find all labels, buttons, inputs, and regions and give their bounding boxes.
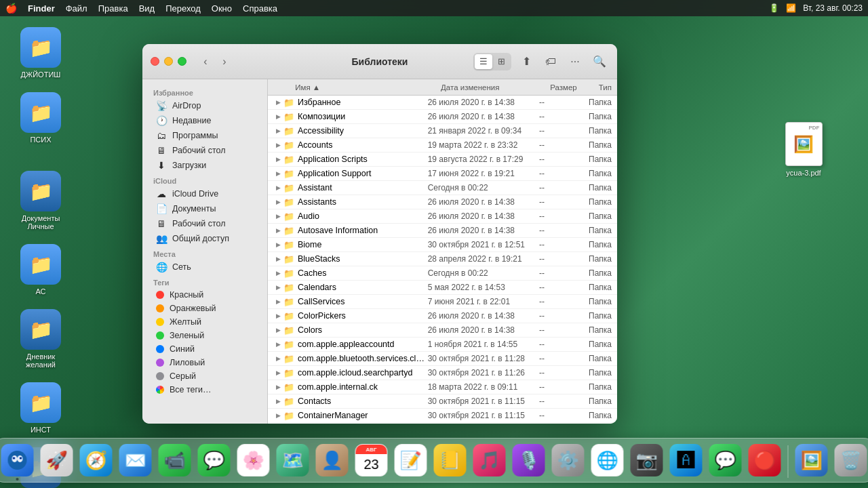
desktop-icon-инст2[interactable]: 📁 ИНСТ xyxy=(14,382,68,434)
sidebar-item-desktop[interactable]: 🖥 Рабочий стол xyxy=(145,143,264,158)
col-header-date[interactable]: Дата изменения xyxy=(441,83,550,92)
table-row[interactable]: ▶ 📁 com.apple.internal.ck 18 марта 2022 … xyxy=(268,380,617,394)
edit-menu[interactable]: Правка xyxy=(98,3,128,14)
expand-arrow[interactable]: ▶ xyxy=(273,183,283,192)
sidebar-item-docs[interactable]: 📄 Документы xyxy=(145,201,264,216)
expand-arrow[interactable]: ▶ xyxy=(273,311,283,321)
dock-item-photos[interactable]: 🌸 xyxy=(236,443,271,478)
sidebar-item-tag-red[interactable]: Красный xyxy=(145,288,264,302)
expand-arrow[interactable]: ▶ xyxy=(273,340,283,349)
expand-arrow[interactable]: ▶ xyxy=(273,411,283,420)
table-row[interactable]: ▶ 📁 Assistants 26 июля 2020 г. в 14:38 -… xyxy=(268,195,617,209)
table-row[interactable]: ▶ 📁 Избранное 26 июля 2020 г. в 14:38 --… xyxy=(268,96,617,110)
table-row[interactable]: ▶ 📁 Colors 26 июля 2020 г. в 14:38 -- Па… xyxy=(268,323,617,338)
sidebar-item-tag-gray[interactable]: Серый xyxy=(145,369,264,383)
sidebar-item-apps[interactable]: 🗂 Программы xyxy=(145,128,264,143)
pdf-file-icon[interactable]: PDF 🖼️ ycua-3.pdf xyxy=(780,122,827,177)
expand-arrow[interactable]: ▶ xyxy=(273,325,283,335)
table-row[interactable]: ▶ 📁 Application Scripts 19 августа 2022 … xyxy=(268,152,617,167)
table-row[interactable]: ▶ 📁 Accounts 19 марта 2022 г. в 23:32 --… xyxy=(268,138,617,152)
expand-arrow[interactable]: ▶ xyxy=(273,283,283,292)
sidebar-item-recent[interactable]: 🕐 Недавние xyxy=(145,113,264,128)
expand-arrow[interactable]: ▶ xyxy=(273,354,283,363)
back-button[interactable]: ‹ xyxy=(197,54,214,70)
sidebar-item-icloud-drive[interactable]: ☁ iCloud Drive xyxy=(145,186,264,201)
col-header-name[interactable]: Имя ▲ xyxy=(295,83,441,92)
expand-arrow[interactable]: ▶ xyxy=(273,268,283,278)
sidebar-item-tag-blue[interactable]: Синий xyxy=(145,342,264,356)
dock-item-calendar[interactable]: АВГ 23 xyxy=(354,443,389,478)
share-button[interactable]: ⬆ xyxy=(517,52,536,71)
table-row[interactable]: ▶ 📁 Композиции 26 июля 2020 г. в 14:38 -… xyxy=(268,110,617,124)
more-button[interactable]: ··· xyxy=(566,52,585,71)
dock-item-maps[interactable]: 🗺️ xyxy=(275,443,311,478)
file-menu[interactable]: Файл xyxy=(66,3,87,14)
sidebar-item-network[interactable]: 🌐 Сеть xyxy=(145,260,264,274)
list-view-button[interactable]: ☰ xyxy=(475,54,492,69)
desktop-icon-дневник[interactable]: 📁 Дневник желаний xyxy=(14,309,68,369)
table-row[interactable]: ▶ 📁 Assistant Сегодня в 00:22 -- Папка xyxy=(268,181,617,195)
dock-item-notes[interactable]: 📒 xyxy=(433,443,468,478)
table-row[interactable]: ▶ 📁 Calendars 5 мая 2022 г. в 14:53 -- П… xyxy=(268,281,617,295)
dock-item-whatsapp[interactable]: 💬 xyxy=(708,443,743,478)
table-row[interactable]: ▶ 📁 Audio 26 июля 2020 г. в 14:38 -- Пап… xyxy=(268,209,617,224)
sidebar-item-airdrop[interactable]: 📡 AirDrop xyxy=(145,98,264,113)
dock-item-mail[interactable]: ✉️ xyxy=(118,443,153,478)
table-row[interactable]: ▶ 📁 Caches Сегодня в 00:22 -- Папка xyxy=(268,266,617,281)
dock-item-trash[interactable]: 🗑️ xyxy=(833,443,869,478)
table-row[interactable]: ▶ 📁 Containers 19 августа 2022 г. в 17:2… xyxy=(268,423,617,424)
help-menu[interactable]: Справка xyxy=(243,3,277,14)
view-menu[interactable]: Вид xyxy=(139,3,155,14)
search-button[interactable]: 🔍 xyxy=(590,52,609,71)
dock-item-messages[interactable]: 💬 xyxy=(197,443,232,478)
table-row[interactable]: ▶ 📁 Autosave Information 26 июля 2020 г.… xyxy=(268,224,617,238)
desktop-icon-инст[interactable]: 📁 АС xyxy=(14,244,68,296)
table-row[interactable]: ▶ 📁 com.apple.icloud.searchpartyd 30 окт… xyxy=(268,366,617,380)
dock-item-facetime[interactable]: 📹 xyxy=(157,443,193,478)
table-row[interactable]: ▶ 📁 Application Support 17 июня 2022 г. … xyxy=(268,167,617,181)
table-row[interactable]: ▶ 📁 com.apple.bluetooth.services.cloud 3… xyxy=(268,352,617,366)
finder-menu[interactable]: Finder xyxy=(28,3,55,14)
dock-item-preview[interactable]: 🖼️ xyxy=(794,443,829,478)
dock-item-music[interactable]: 🎵 xyxy=(472,443,507,478)
forward-button[interactable]: › xyxy=(216,54,233,70)
go-menu[interactable]: Переход xyxy=(165,3,201,14)
expand-arrow[interactable]: ▶ xyxy=(273,197,283,207)
expand-arrow[interactable]: ▶ xyxy=(273,98,283,107)
col-header-type[interactable]: Тип xyxy=(599,83,612,92)
sidebar-item-tag-orange[interactable]: Оранжевый xyxy=(145,302,264,315)
dock-item-launchpad[interactable]: 🚀 xyxy=(39,443,75,478)
maximize-button[interactable] xyxy=(178,57,186,66)
dock-item-settings[interactable]: ⚙️ xyxy=(551,443,586,478)
sidebar-item-tag-all[interactable]: Все теги… xyxy=(145,383,264,396)
dock-item-reminders[interactable]: 📝 xyxy=(393,443,429,478)
minimize-button[interactable] xyxy=(164,57,173,66)
sidebar-item-downloads[interactable]: ⬇ Загрузки xyxy=(145,158,264,173)
expand-arrow[interactable]: ▶ xyxy=(273,169,283,178)
sidebar-item-tag-purple[interactable]: Лиловый xyxy=(145,356,264,369)
table-row[interactable]: ▶ 📁 Biome 30 октября 2021 г. в 12:51 -- … xyxy=(268,238,617,252)
sidebar-item-tag-green[interactable]: Зеленый xyxy=(145,329,264,342)
table-row[interactable]: ▶ 📁 Contacts 30 октября 2021 г. в 11:15 … xyxy=(268,394,617,409)
desktop-icon-джйотиш[interactable]: 📁 ДЖЙОТИШ xyxy=(14,27,68,79)
dock-item-appstore[interactable]: 🅰 xyxy=(669,443,704,478)
expand-arrow[interactable]: ▶ xyxy=(273,396,283,406)
dock-item-chrome[interactable]: 🌐 xyxy=(590,443,625,478)
table-row[interactable]: ▶ 📁 com.apple.appleaccountd 1 ноября 202… xyxy=(268,338,617,352)
apple-menu[interactable]: 🍎 xyxy=(5,3,17,14)
desktop-icon-псих[interactable]: 📁 ПСИХ xyxy=(14,92,68,144)
table-row[interactable]: ▶ 📁 CallServices 7 июня 2021 г. в 22:01 … xyxy=(268,295,617,309)
desktop-icon-документы[interactable]: 📁 Документы Личные xyxy=(14,171,68,230)
expand-arrow[interactable]: ▶ xyxy=(273,155,283,164)
grid-view-button[interactable]: ⊞ xyxy=(492,54,510,69)
col-header-size[interactable]: Размер xyxy=(550,83,599,92)
expand-arrow[interactable]: ▶ xyxy=(273,140,283,150)
dock-item-contacts[interactable]: 👤 xyxy=(315,443,350,478)
tag-button[interactable]: 🏷 xyxy=(541,52,560,71)
expand-arrow[interactable]: ▶ xyxy=(273,112,283,121)
table-row[interactable]: ▶ 📁 ContainerManager 30 октября 2021 г. … xyxy=(268,409,617,423)
window-menu[interactable]: Окно xyxy=(212,3,232,14)
sidebar-item-shared[interactable]: 👥 Общий доступ xyxy=(145,231,264,246)
expand-arrow[interactable]: ▶ xyxy=(273,226,283,235)
dock-item-safari[interactable]: 🧭 xyxy=(79,443,114,478)
